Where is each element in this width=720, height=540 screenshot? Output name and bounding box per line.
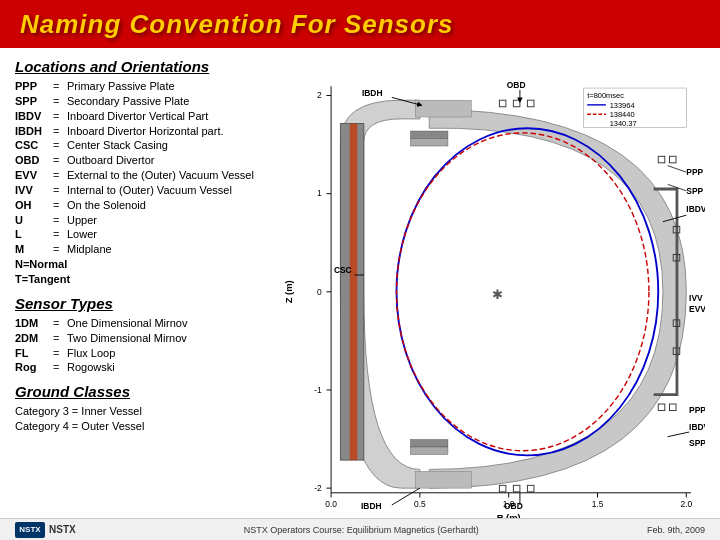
loc-code: L <box>15 227 53 242</box>
loc-code: U <box>15 213 53 228</box>
x-label-15: 1.5 <box>592 499 604 509</box>
label-obd-top: OBD <box>507 80 526 90</box>
loc-eq: = <box>53 109 67 124</box>
y-label-2: 2 <box>317 90 322 100</box>
sensor-obd-top-3 <box>527 100 534 107</box>
label-ppp-bottom: PPP <box>689 405 705 415</box>
x-label-0: 0.0 <box>325 499 337 509</box>
loc-code: OH <box>15 198 53 213</box>
loc-code: 2DM <box>15 331 53 346</box>
loc-code: CSC <box>15 138 53 153</box>
footer-logo-text: NSTX <box>49 524 76 535</box>
loc-eq: = <box>53 94 67 109</box>
list-item: CSC = Center Stack Casing <box>15 138 265 153</box>
loc-desc: Flux Loop <box>67 346 115 361</box>
sensor-ppp-top-2 <box>669 156 676 163</box>
center-stack-stripe <box>350 124 357 461</box>
list-item: M = Midplane <box>15 242 265 257</box>
locations-title: Locations and Orientations <box>15 58 265 75</box>
y-label-0: 0 <box>317 287 322 297</box>
list-item: IVV = Internal to (Outer) Vacuum Vessel <box>15 183 265 198</box>
label-evv: EVV <box>689 304 705 314</box>
list-item: Category 3 = Inner Vessel <box>15 404 265 419</box>
spp-bottom-plate <box>411 440 448 447</box>
sensor-obd-top-1 <box>499 100 506 107</box>
list-item: Rog = Rogowski <box>15 360 265 375</box>
center-marker: ✱ <box>492 287 503 302</box>
loc-desc: On the Solenoid <box>67 198 146 213</box>
sensor-obd-top-2 <box>513 100 520 107</box>
loc-eq: = <box>53 227 67 242</box>
loc-eq: = <box>53 316 67 331</box>
y-axis-label: Z (m) <box>284 280 294 303</box>
loc-eq: = <box>53 213 67 228</box>
ppp-top-plate <box>411 139 448 146</box>
loc-code: IVV <box>15 183 53 198</box>
obd-top <box>415 100 471 117</box>
loc-desc: Inboard Divertor Horizontal part. <box>67 124 224 139</box>
left-panel: Locations and Orientations PPP = Primary… <box>15 58 275 535</box>
list-item: U = Upper <box>15 213 265 228</box>
loc-code: Rog <box>15 360 53 375</box>
list-item: N=Normal <box>15 257 265 272</box>
label-ibdh-bottom: IBDH <box>361 501 382 511</box>
legend-time: t=800msec <box>587 91 624 100</box>
legend-val1: 133964 <box>610 101 635 110</box>
loc-eq: = <box>53 153 67 168</box>
loc-eq: = <box>53 183 67 198</box>
sensor-ppp-top-1 <box>658 156 665 163</box>
ppp-bottom-plate <box>411 447 448 454</box>
footer-date: Feb. 9th, 2009 <box>647 525 705 535</box>
list-item: OBD = Outboard Divertor <box>15 153 265 168</box>
label-spp-top: SPP <box>686 186 703 196</box>
y-label-m1: -1 <box>314 385 322 395</box>
right-panel: t=800msec 133964 138440 1340.37 <box>275 58 705 535</box>
list-item: Category 4 = Outer Vessel <box>15 419 265 434</box>
loc-code: 1DM <box>15 316 53 331</box>
loc-code: PPP <box>15 79 53 94</box>
footer-center-text: NSTX Operators Course: Equilibrium Magne… <box>244 525 479 535</box>
label-csc: CSC <box>334 265 352 275</box>
list-item: 1DM = One Dimensional Mirnov <box>15 316 265 331</box>
loc-code: OBD <box>15 153 53 168</box>
loc-desc: Rogowski <box>67 360 115 375</box>
loc-desc: Internal to (Outer) Vacuum Vessel <box>67 183 232 198</box>
sensor-types-section: Sensor Types 1DM = One Dimensional Mirno… <box>15 295 265 375</box>
plasma-boundary-red <box>397 133 649 451</box>
loc-desc: Category 3 = Inner Vessel <box>15 404 142 419</box>
loc-desc: Midplane <box>67 242 112 257</box>
list-item: T=Tangent <box>15 272 265 287</box>
loc-desc: Category 4 = Outer Vessel <box>15 419 144 434</box>
sensor-types-table: 1DM = One Dimensional Mirnov 2DM = Two D… <box>15 316 265 375</box>
loc-desc: Inboard Divertor Vertical Part <box>67 109 208 124</box>
nstx-logo: NSTX <box>15 522 45 538</box>
label-ppp-top: PPP <box>686 167 703 177</box>
ground-classes-section: Ground Classes Category 3 = Inner Vessel… <box>15 383 265 434</box>
loc-eq: = <box>53 360 67 375</box>
loc-code: EVV <box>15 168 53 183</box>
label-ibdv-top: IBDV <box>686 204 705 214</box>
arrow-ibdv-bottom <box>668 432 690 437</box>
loc-eq: = <box>53 168 67 183</box>
sensor-obd-bottom-1 <box>499 485 506 492</box>
loc-desc: Two Dimensional Mirnov <box>67 331 187 346</box>
loc-eq: = <box>53 331 67 346</box>
legend-val3: 1340.37 <box>610 119 637 128</box>
label-ibdh-top: IBDH <box>362 88 383 98</box>
loc-eq: = <box>53 242 67 257</box>
list-item: 2DM = Two Dimensional Mirnov <box>15 331 265 346</box>
loc-desc: Primary Passive Plate <box>67 79 175 94</box>
sensor-ppp-bottom-1 <box>658 404 665 411</box>
sensor-obd-bottom-3 <box>527 485 534 492</box>
ground-classes-title: Ground Classes <box>15 383 265 400</box>
list-item: SPP = Secondary Passive Plate <box>15 94 265 109</box>
loc-desc: Center Stack Casing <box>67 138 168 153</box>
footer-logo-area: NSTX NSTX <box>15 522 76 538</box>
list-item: L = Lower <box>15 227 265 242</box>
loc-code: SPP <box>15 94 53 109</box>
loc-eq: = <box>53 346 67 361</box>
y-label-1: 1 <box>317 188 322 198</box>
locations-section: Locations and Orientations PPP = Primary… <box>15 58 265 287</box>
list-item: IBDV = Inboard Divertor Vertical Part <box>15 109 265 124</box>
x-label-05: 0.5 <box>414 499 426 509</box>
